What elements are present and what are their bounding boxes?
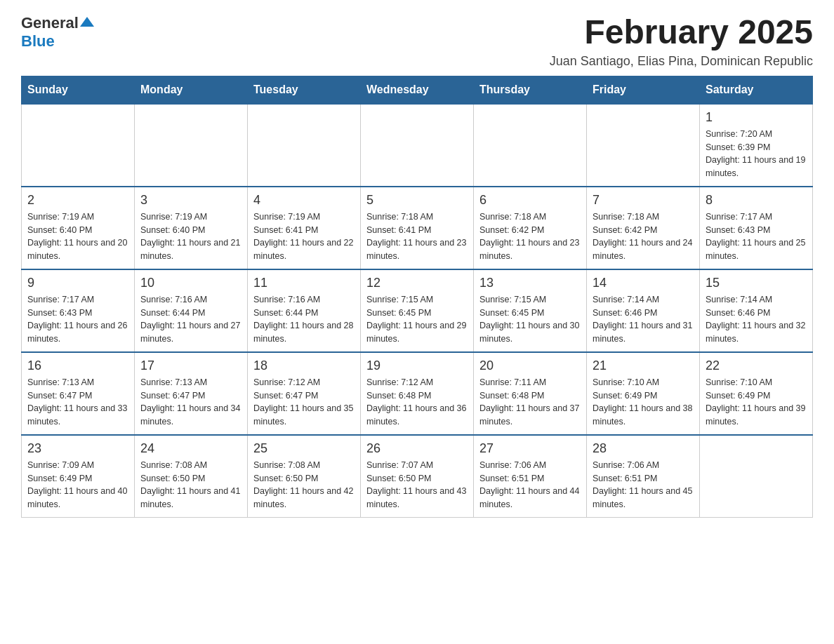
calendar-cell: 6Sunrise: 7:18 AMSunset: 6:42 PMDaylight… — [474, 187, 587, 269]
calendar-week-3: 9Sunrise: 7:17 AMSunset: 6:43 PMDaylight… — [22, 269, 813, 352]
calendar-cell — [361, 104, 474, 187]
weekday-header-tuesday: Tuesday — [248, 76, 361, 104]
day-info: Sunrise: 7:15 AMSunset: 6:45 PMDaylight:… — [479, 293, 581, 346]
logo-triangle-icon — [80, 17, 94, 27]
weekday-header-row: SundayMondayTuesdayWednesdayThursdayFrid… — [22, 76, 813, 104]
logo: General Blue — [21, 14, 95, 51]
calendar-cell — [248, 104, 361, 187]
day-number: 15 — [706, 276, 807, 290]
day-number: 11 — [253, 276, 355, 290]
day-info: Sunrise: 7:11 AMSunset: 6:48 PMDaylight:… — [479, 376, 581, 429]
day-info: Sunrise: 7:18 AMSunset: 6:41 PMDaylight:… — [366, 210, 468, 263]
day-number: 14 — [593, 276, 694, 290]
calendar-body: 1Sunrise: 7:20 AMSunset: 6:39 PMDaylight… — [22, 104, 813, 518]
day-info: Sunrise: 7:14 AMSunset: 6:46 PMDaylight:… — [706, 293, 807, 346]
calendar-cell: 26Sunrise: 7:07 AMSunset: 6:50 PMDayligh… — [361, 435, 474, 518]
calendar-cell: 19Sunrise: 7:12 AMSunset: 6:48 PMDayligh… — [361, 352, 474, 435]
calendar-table: SundayMondayTuesdayWednesdayThursdayFrid… — [21, 76, 813, 518]
day-number: 1 — [706, 110, 807, 125]
day-number: 10 — [140, 276, 241, 290]
day-number: 8 — [706, 193, 807, 208]
day-info: Sunrise: 7:07 AMSunset: 6:50 PMDaylight:… — [366, 459, 468, 511]
day-info: Sunrise: 7:16 AMSunset: 6:44 PMDaylight:… — [253, 293, 355, 346]
day-info: Sunrise: 7:13 AMSunset: 6:47 PMDaylight:… — [27, 376, 128, 429]
calendar-week-5: 23Sunrise: 7:09 AMSunset: 6:49 PMDayligh… — [22, 435, 813, 518]
day-number: 7 — [593, 193, 694, 208]
day-info: Sunrise: 7:14 AMSunset: 6:46 PMDaylight:… — [593, 293, 694, 346]
calendar-cell: 2Sunrise: 7:19 AMSunset: 6:40 PMDaylight… — [22, 187, 135, 269]
month-title: February 2025 — [550, 14, 813, 51]
calendar-cell: 13Sunrise: 7:15 AMSunset: 6:45 PMDayligh… — [474, 269, 587, 352]
day-info: Sunrise: 7:18 AMSunset: 6:42 PMDaylight:… — [593, 210, 694, 263]
day-number: 16 — [27, 358, 128, 373]
day-number: 12 — [366, 276, 468, 290]
calendar-cell: 20Sunrise: 7:11 AMSunset: 6:48 PMDayligh… — [474, 352, 587, 435]
day-number: 21 — [593, 358, 694, 373]
title-area: February 2025 Juan Santiago, Elias Pina,… — [550, 14, 813, 69]
day-info: Sunrise: 7:19 AMSunset: 6:41 PMDaylight:… — [253, 210, 355, 263]
calendar-cell: 1Sunrise: 7:20 AMSunset: 6:39 PMDaylight… — [700, 104, 813, 187]
calendar-cell: 21Sunrise: 7:10 AMSunset: 6:49 PMDayligh… — [587, 352, 700, 435]
day-info: Sunrise: 7:19 AMSunset: 6:40 PMDaylight:… — [140, 210, 241, 263]
weekday-header-thursday: Thursday — [474, 76, 587, 104]
day-number: 22 — [706, 358, 807, 373]
day-number: 26 — [366, 441, 468, 456]
calendar-week-1: 1Sunrise: 7:20 AMSunset: 6:39 PMDaylight… — [22, 104, 813, 187]
day-info: Sunrise: 7:09 AMSunset: 6:49 PMDaylight:… — [27, 459, 128, 511]
weekday-header-friday: Friday — [587, 76, 700, 104]
day-info: Sunrise: 7:13 AMSunset: 6:47 PMDaylight:… — [140, 376, 241, 429]
day-info: Sunrise: 7:08 AMSunset: 6:50 PMDaylight:… — [253, 459, 355, 511]
day-number: 17 — [140, 358, 241, 373]
calendar-cell: 4Sunrise: 7:19 AMSunset: 6:41 PMDaylight… — [248, 187, 361, 269]
day-number: 6 — [479, 193, 581, 208]
day-info: Sunrise: 7:19 AMSunset: 6:40 PMDaylight:… — [27, 210, 128, 263]
logo-general-text: General — [21, 14, 79, 32]
day-number: 28 — [593, 441, 694, 456]
calendar-cell: 27Sunrise: 7:06 AMSunset: 6:51 PMDayligh… — [474, 435, 587, 518]
calendar-cell: 11Sunrise: 7:16 AMSunset: 6:44 PMDayligh… — [248, 269, 361, 352]
calendar-cell: 10Sunrise: 7:16 AMSunset: 6:44 PMDayligh… — [135, 269, 248, 352]
calendar-cell: 15Sunrise: 7:14 AMSunset: 6:46 PMDayligh… — [700, 269, 813, 352]
calendar-cell — [700, 435, 813, 518]
day-info: Sunrise: 7:17 AMSunset: 6:43 PMDaylight:… — [706, 210, 807, 263]
day-info: Sunrise: 7:18 AMSunset: 6:42 PMDaylight:… — [479, 210, 581, 263]
location-subtitle: Juan Santiago, Elias Pina, Dominican Rep… — [550, 54, 813, 69]
calendar-cell: 9Sunrise: 7:17 AMSunset: 6:43 PMDaylight… — [22, 269, 135, 352]
day-number: 4 — [253, 193, 355, 208]
page-header: General Blue February 2025 Juan Santiago… — [21, 14, 813, 69]
day-info: Sunrise: 7:06 AMSunset: 6:51 PMDaylight:… — [479, 459, 581, 511]
day-info: Sunrise: 7:17 AMSunset: 6:43 PMDaylight:… — [27, 293, 128, 346]
day-number: 19 — [366, 358, 468, 373]
day-number: 3 — [140, 193, 241, 208]
day-info: Sunrise: 7:16 AMSunset: 6:44 PMDaylight:… — [140, 293, 241, 346]
calendar-cell: 16Sunrise: 7:13 AMSunset: 6:47 PMDayligh… — [22, 352, 135, 435]
calendar-cell — [587, 104, 700, 187]
calendar-week-4: 16Sunrise: 7:13 AMSunset: 6:47 PMDayligh… — [22, 352, 813, 435]
day-number: 2 — [27, 193, 128, 208]
day-number: 9 — [27, 276, 128, 290]
day-info: Sunrise: 7:06 AMSunset: 6:51 PMDaylight:… — [593, 459, 694, 511]
day-number: 27 — [479, 441, 581, 456]
day-number: 20 — [479, 358, 581, 373]
calendar-cell: 23Sunrise: 7:09 AMSunset: 6:49 PMDayligh… — [22, 435, 135, 518]
day-number: 23 — [27, 441, 128, 456]
calendar-cell — [22, 104, 135, 187]
day-number: 25 — [253, 441, 355, 456]
day-number: 13 — [479, 276, 581, 290]
calendar-week-2: 2Sunrise: 7:19 AMSunset: 6:40 PMDaylight… — [22, 187, 813, 269]
day-info: Sunrise: 7:12 AMSunset: 6:48 PMDaylight:… — [366, 376, 468, 429]
calendar-cell: 25Sunrise: 7:08 AMSunset: 6:50 PMDayligh… — [248, 435, 361, 518]
calendar-cell: 5Sunrise: 7:18 AMSunset: 6:41 PMDaylight… — [361, 187, 474, 269]
day-info: Sunrise: 7:20 AMSunset: 6:39 PMDaylight:… — [706, 128, 807, 180]
calendar-cell: 12Sunrise: 7:15 AMSunset: 6:45 PMDayligh… — [361, 269, 474, 352]
calendar-cell: 18Sunrise: 7:12 AMSunset: 6:47 PMDayligh… — [248, 352, 361, 435]
calendar-header: SundayMondayTuesdayWednesdayThursdayFrid… — [22, 76, 813, 104]
weekday-header-monday: Monday — [135, 76, 248, 104]
weekday-header-wednesday: Wednesday — [361, 76, 474, 104]
calendar-cell: 7Sunrise: 7:18 AMSunset: 6:42 PMDaylight… — [587, 187, 700, 269]
calendar-cell — [474, 104, 587, 187]
day-number: 24 — [140, 441, 241, 456]
day-info: Sunrise: 7:08 AMSunset: 6:50 PMDaylight:… — [140, 459, 241, 511]
calendar-cell: 3Sunrise: 7:19 AMSunset: 6:40 PMDaylight… — [135, 187, 248, 269]
day-number: 18 — [253, 358, 355, 373]
